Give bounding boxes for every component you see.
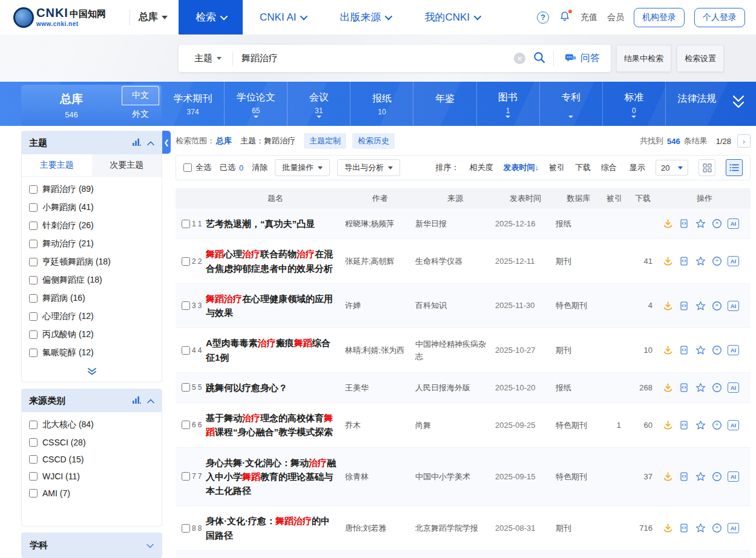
db-tab-专利[interactable]: 专利 xyxy=(539,82,602,126)
filter-checkbox[interactable] xyxy=(29,472,38,481)
row-select[interactable]: 66 xyxy=(176,421,206,429)
search-settings-button[interactable]: 检索设置 xyxy=(677,45,724,72)
personal-login-button[interactable]: 个人登录 xyxy=(694,8,745,27)
qa-button[interactable]: 问答 xyxy=(553,51,611,67)
db-tab-zongku[interactable]: 总库 546 中文 外文 xyxy=(21,85,162,126)
batch-operations-button[interactable]: 批量操作 xyxy=(275,159,330,176)
header-tab-CNKI AI[interactable]: CNKI AI xyxy=(243,0,323,34)
db-tab-学位论文[interactable]: 学位论文65 xyxy=(224,82,287,126)
filter-checkbox[interactable] xyxy=(29,438,38,447)
clear-icon[interactable]: ✕ xyxy=(514,53,525,64)
favorite-icon[interactable] xyxy=(695,218,706,229)
filter-option[interactable]: 舞动治疗 (21) xyxy=(29,235,154,253)
lang-tab-chinese[interactable]: 中文 xyxy=(122,86,159,105)
cite-icon[interactable]: ” xyxy=(711,218,722,229)
grid-view-button[interactable] xyxy=(698,159,715,176)
row-select[interactable]: 55 xyxy=(176,383,206,392)
bar-chart-icon[interactable] xyxy=(132,396,141,406)
select-all-checkbox[interactable] xyxy=(183,163,192,172)
sort-option-发表时间↓[interactable]: 发表时间↓ xyxy=(504,162,539,173)
filter-option[interactable]: CSCD (15) xyxy=(29,451,154,468)
header-tab-我的CNKI[interactable]: 我的CNKI xyxy=(407,0,496,34)
result-title-link[interactable]: 身心共舞·文化润心：舞动治疗融入中小学舞蹈教育的理论基础与本土化路径 xyxy=(206,456,345,498)
ai-icon[interactable]: AI xyxy=(728,218,739,229)
help-icon[interactable]: ? xyxy=(537,11,549,24)
search-in-results-button[interactable]: 结果中检索 xyxy=(616,45,671,72)
reader-icon[interactable] xyxy=(679,419,689,430)
reader-icon[interactable] xyxy=(679,218,689,229)
bar-chart-icon[interactable] xyxy=(132,138,141,148)
result-title-link[interactable]: A型肉毒毒素治疗瘢痕舞蹈综合征1例 xyxy=(206,336,345,364)
favorite-icon[interactable] xyxy=(695,471,706,482)
search-history-chip[interactable]: 检索历史 xyxy=(352,133,395,149)
source-cell[interactable]: 北京舞蹈学院学报 xyxy=(415,522,495,534)
source-cell[interactable]: 中国神经精神疾病杂志 xyxy=(415,338,495,362)
cite-icon[interactable]: ” xyxy=(711,523,722,534)
filter-option[interactable]: 北大核心 (84) xyxy=(29,416,154,434)
lang-tab-foreign[interactable]: 外文 xyxy=(122,105,159,123)
authors-cell[interactable]: 王美华 xyxy=(345,382,415,394)
cnki-logo[interactable]: CNKI中国知网 www.cnki.net xyxy=(0,0,128,34)
filter-checkbox[interactable] xyxy=(29,421,38,429)
filter-option[interactable]: 舞蹈治疗 (89) xyxy=(29,180,154,199)
cite-icon[interactable]: ” xyxy=(711,419,722,430)
zongku-dropdown[interactable]: 总库 xyxy=(139,0,168,34)
search-icon[interactable] xyxy=(533,51,546,66)
row-select[interactable]: 88 xyxy=(176,524,206,533)
db-tab-学术期刊[interactable]: 学术期刊374 xyxy=(162,82,224,126)
notification-bell-icon[interactable] xyxy=(559,10,571,24)
cite-icon[interactable]: ” xyxy=(711,345,722,356)
sort-option-综合[interactable]: 综合 xyxy=(601,162,617,173)
ai-icon[interactable]: AI xyxy=(728,420,739,430)
db-tab-标准[interactable]: 标准0 xyxy=(602,82,665,126)
db-tab-会议[interactable]: 会议31 xyxy=(287,82,350,126)
authors-cell[interactable]: 许婵 xyxy=(345,300,415,312)
row-checkbox[interactable] xyxy=(182,220,190,228)
db-tab-年鉴[interactable]: 年鉴 xyxy=(413,82,476,126)
filter-option[interactable]: 心理治疗 (12) xyxy=(29,307,154,326)
collapse-icon[interactable] xyxy=(147,139,154,148)
favorite-icon[interactable] xyxy=(695,300,706,311)
authors-cell[interactable]: 张延芹;高朝辉 xyxy=(345,255,415,268)
filter-option[interactable]: 氟哌啶醇 (12) xyxy=(29,344,154,362)
source-cell[interactable]: 生命科学仪器 xyxy=(415,255,495,268)
search-field-dropdown[interactable]: 主题 xyxy=(179,53,232,64)
download-icon[interactable] xyxy=(662,300,673,311)
sort-option-被引[interactable]: 被引 xyxy=(549,162,565,173)
filter-option[interactable]: WJCI (11) xyxy=(29,468,154,485)
filter-checkbox[interactable] xyxy=(29,294,38,303)
download-icon[interactable] xyxy=(662,419,673,430)
cite-icon[interactable]: ” xyxy=(711,300,722,311)
filter-checkbox[interactable] xyxy=(29,185,38,194)
authors-cell[interactable]: 程晓琳;杨频萍 xyxy=(345,218,415,230)
next-page-button[interactable]: › xyxy=(737,134,751,148)
topic-tab-次要主题[interactable]: 次要主题 xyxy=(92,154,162,176)
recharge-link[interactable]: 充值 xyxy=(580,12,597,23)
result-title-link[interactable]: 身体·文化·疗愈：舞蹈治疗的中国路径 xyxy=(206,514,345,542)
favorite-icon[interactable] xyxy=(695,523,706,534)
export-analyze-button[interactable]: 导出与分析 xyxy=(337,159,400,176)
favorite-icon[interactable] xyxy=(695,345,706,356)
favorite-icon[interactable] xyxy=(695,419,706,430)
row-checkbox[interactable] xyxy=(182,383,190,392)
result-title-link[interactable]: 舞蹈治疗在心理健康领域的应用与效果 xyxy=(206,292,345,320)
filter-checkbox[interactable] xyxy=(29,258,38,266)
favorite-icon[interactable] xyxy=(695,382,706,393)
filter-checkbox[interactable] xyxy=(29,455,38,464)
reader-icon[interactable] xyxy=(679,256,689,267)
download-icon[interactable] xyxy=(662,382,673,393)
filter-checkbox[interactable] xyxy=(29,240,38,248)
authors-cell[interactable]: 徐青林 xyxy=(345,471,415,483)
row-checkbox[interactable] xyxy=(182,472,190,481)
authors-cell[interactable]: 唐怡;刘若雅 xyxy=(345,522,415,534)
authors-cell[interactable]: 乔木 xyxy=(345,419,415,432)
result-title-link[interactable]: 艺考热退潮，“真功夫”凸显 xyxy=(206,217,345,231)
row-checkbox[interactable] xyxy=(182,346,190,355)
download-icon[interactable] xyxy=(662,218,673,229)
clear-selection-link[interactable]: 清除 xyxy=(252,162,268,173)
org-login-button[interactable]: 机构登录 xyxy=(634,8,685,27)
ai-icon[interactable]: AI xyxy=(728,471,739,482)
filter-option[interactable]: AMI (7) xyxy=(29,485,154,502)
sort-option-相关度[interactable]: 相关度 xyxy=(470,162,493,173)
header-tab-出版来源[interactable]: 出版来源 xyxy=(323,0,407,34)
